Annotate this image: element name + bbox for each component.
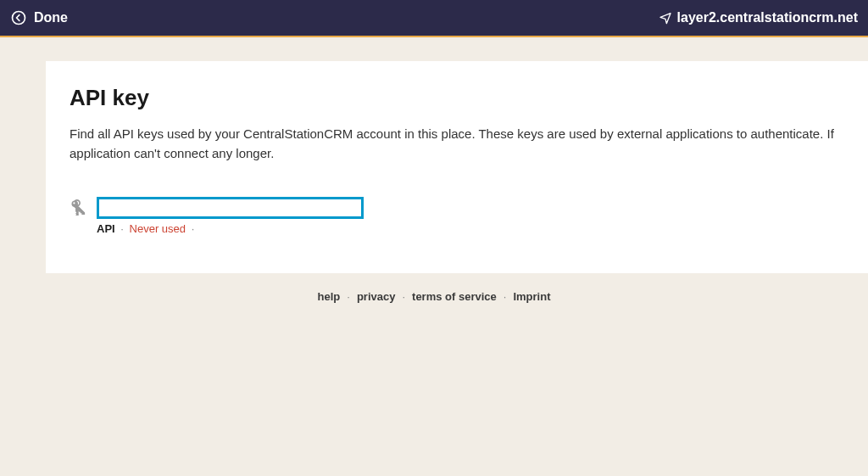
footer-link-terms[interactable]: terms of service xyxy=(412,290,497,303)
page-description: Find all API keys used by your CentralSt… xyxy=(70,125,844,163)
footer: help · privacy · terms of service · Impr… xyxy=(0,290,868,303)
topbar: Done layer2.centralstationcrm.net xyxy=(0,0,868,37)
api-key-row: API · Never used · xyxy=(70,197,844,235)
api-key-meta: API · Never used · xyxy=(97,222,364,235)
back-arrow-circle-icon xyxy=(10,9,27,26)
content-card: API key Find all API keys used by your C… xyxy=(46,61,868,273)
location-arrow-icon xyxy=(659,11,672,25)
meta-separator: · xyxy=(120,222,124,235)
footer-link-imprint[interactable]: Imprint xyxy=(513,290,550,303)
page-title: API key xyxy=(70,85,844,111)
footer-separator: · xyxy=(402,290,405,303)
api-key-details: API · Never used · xyxy=(97,197,364,235)
api-key-value[interactable] xyxy=(97,197,364,219)
svg-point-2 xyxy=(72,201,79,208)
meta-separator-2: · xyxy=(192,222,195,235)
domain-text: layer2.centralstationcrm.net xyxy=(677,10,858,25)
done-label: Done xyxy=(34,10,68,25)
svg-point-0 xyxy=(13,12,25,25)
api-key-status: Never used xyxy=(130,222,186,235)
api-key-label: API xyxy=(97,222,115,235)
svg-point-3 xyxy=(73,202,75,204)
footer-link-privacy[interactable]: privacy xyxy=(357,290,396,303)
footer-separator: · xyxy=(504,290,507,303)
footer-separator: · xyxy=(347,290,350,303)
footer-link-help[interactable]: help xyxy=(318,290,341,303)
done-button[interactable]: Done xyxy=(10,9,68,26)
domain-indicator: layer2.centralstationcrm.net xyxy=(659,10,858,25)
key-icon xyxy=(70,199,86,216)
